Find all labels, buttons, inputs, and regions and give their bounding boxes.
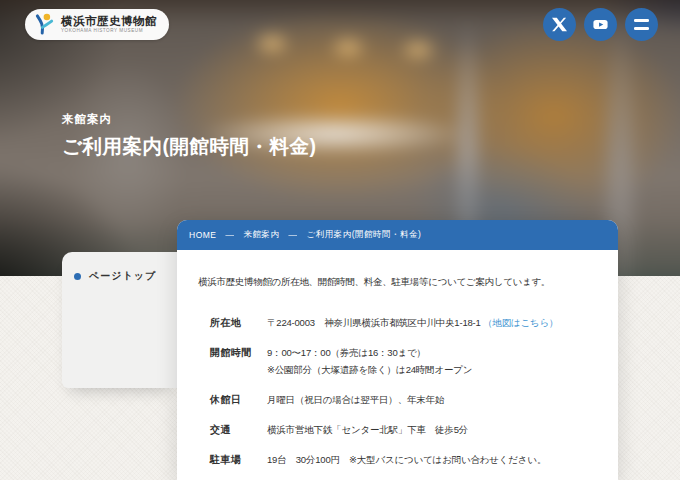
table-row-hours: 開館時間 9：00〜17：00（券売は16：30まで） ※公園部分（大塚遺跡を除… (210, 344, 618, 378)
hours-note: ※公園部分（大塚遺跡を除く）は24時間オープン (267, 361, 618, 378)
breadcrumb-current: ご利用案内(開館時間・料金) (307, 229, 422, 241)
row-label: 交通 (210, 421, 267, 438)
breadcrumb: HOME — 来館案内 — ご利用案内(開館時間・料金) (177, 220, 618, 250)
row-value: 月曜日（祝日の場合は翌平日）、年末年始 (267, 391, 618, 408)
page-title: ご利用案内(開館時間・料金) (62, 133, 316, 160)
breadcrumb-separator: — (226, 230, 235, 240)
hamburger-icon (634, 19, 649, 29)
main-card: HOME — 来館案内 — ご利用案内(開館時間・料金) 横浜市歴史博物館の所在… (177, 220, 618, 480)
main-content: 横浜市歴史博物館の所在地、開館時間、料金、駐車場等についてご案内しています。 所… (177, 274, 618, 468)
intro-text: 横浜市歴史博物館の所在地、開館時間、料金、駐車場等についてご案内しています。 (198, 274, 618, 290)
menu-button[interactable] (625, 8, 658, 41)
row-value: 横浜市営地下鉄「センター北駅」下車 徒歩5分 (267, 421, 618, 438)
hours-line: 9：00〜17：00（券売は16：30まで） (267, 344, 618, 361)
table-row-closed: 休館日 月曜日（祝日の場合は翌平日）、年末年始 (210, 391, 618, 408)
logo-title: 横浜市歴史博物館 (61, 15, 157, 27)
logo-subtitle: YOKOHAMA HISTORY MUSEUM (61, 29, 157, 34)
page: 横浜市歴史博物館 YOKOHAMA HISTORY MUSEUM 来館案内 ご利… (0, 0, 680, 480)
info-table: 所在地 〒224-0003 神奈川県横浜市都筑区中川中央1-18-1 （地図はこ… (210, 314, 618, 468)
hero-category: 来館案内 (62, 112, 316, 127)
row-value: 9：00〜17：00（券売は16：30まで） ※公園部分（大塚遺跡を除く）は24… (267, 344, 618, 378)
hero-heading: 来館案内 ご利用案内(開館時間・料金) (62, 112, 316, 160)
map-link[interactable]: （地図はこちら） (483, 317, 558, 328)
breadcrumb-home-link[interactable]: HOME (189, 230, 217, 240)
site-logo[interactable]: 横浜市歴史博物館 YOKOHAMA HISTORY MUSEUM (25, 9, 169, 40)
row-label: 休館日 (210, 391, 267, 408)
museum-logo-icon (34, 13, 55, 36)
x-twitter-button[interactable] (543, 8, 576, 41)
table-row-parking: 駐車場 19台 30分100円 ※大型バスについてはお問い合わせください。 (210, 451, 618, 468)
youtube-button[interactable] (584, 8, 617, 41)
breadcrumb-separator: — (289, 230, 298, 240)
address-text: 〒224-0003 神奈川県横浜市都筑区中川中央1-18-1 (267, 317, 481, 328)
table-row-access: 交通 横浜市営地下鉄「センター北駅」下車 徒歩5分 (210, 421, 618, 438)
logo-text: 横浜市歴史博物館 YOKOHAMA HISTORY MUSEUM (61, 15, 157, 33)
row-value: 〒224-0003 神奈川県横浜市都筑区中川中央1-18-1 （地図はこちら） (267, 314, 618, 331)
row-label: 駐車場 (210, 451, 267, 468)
row-label: 所在地 (210, 314, 267, 331)
breadcrumb-visit-link[interactable]: 来館案内 (244, 229, 280, 241)
row-value: 19台 30分100円 ※大型バスについてはお問い合わせください。 (267, 451, 618, 468)
row-label: 開館時間 (210, 344, 267, 378)
table-row-address: 所在地 〒224-0003 神奈川県横浜市都筑区中川中央1-18-1 （地図はこ… (210, 314, 618, 331)
header-buttons (543, 8, 658, 41)
x-twitter-icon (552, 17, 567, 32)
sidebar-card: ページトップ (62, 252, 177, 388)
sidebar-item-page-top[interactable]: ページトップ (62, 252, 177, 283)
sidebar-item-label: ページトップ (89, 269, 156, 283)
bullet-icon (74, 273, 81, 280)
youtube-icon (592, 16, 609, 33)
